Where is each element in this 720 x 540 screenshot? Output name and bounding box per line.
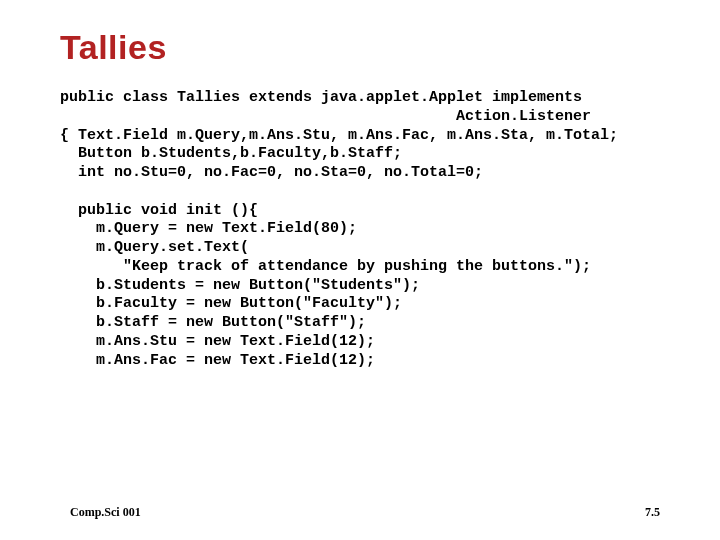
footer: Comp.Sci 001 7.5 [70, 505, 660, 520]
footer-right: 7.5 [645, 505, 660, 520]
slide: Tallies public class Tallies extends jav… [0, 0, 720, 540]
slide-title: Tallies [60, 28, 672, 67]
code-block: public class Tallies extends java.applet… [60, 89, 672, 370]
footer-left: Comp.Sci 001 [70, 505, 141, 520]
